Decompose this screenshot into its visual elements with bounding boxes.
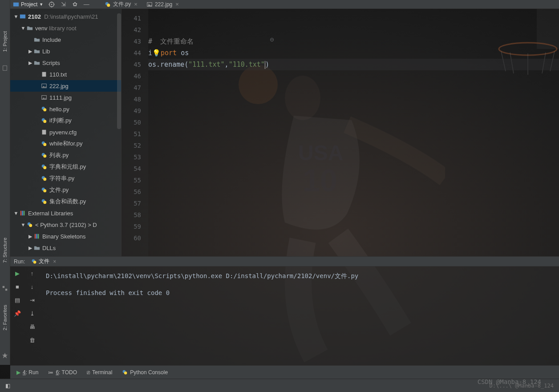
run-header: Run: 文件 × xyxy=(10,257,559,267)
rail-tab-structure[interactable]: 7: Structure xyxy=(2,238,8,263)
scroll-end-icon[interactable]: ⤓ xyxy=(28,309,36,317)
tree-folder-lib[interactable]: ▶Lib xyxy=(10,45,121,57)
tree-root[interactable]: ▼2102 D:\install\pycharm\21 xyxy=(10,11,121,22)
tree-file[interactable]: 文件.py xyxy=(10,184,121,196)
target-icon[interactable] xyxy=(48,1,55,8)
tree-external-libraries[interactable]: ▼External Libraries xyxy=(10,207,121,219)
line-number: 54 xyxy=(122,163,148,174)
settings-icon[interactable]: ✿ xyxy=(71,1,78,8)
up-icon[interactable]: ↑ xyxy=(28,269,36,277)
line-number: 52 xyxy=(122,140,148,151)
rail-tab-favorites[interactable]: 2: Favorites xyxy=(2,305,8,330)
line-number: 50 xyxy=(122,117,148,128)
run-title: Run: xyxy=(14,259,25,265)
tree-folder-scripts[interactable]: ▶Scripts xyxy=(10,57,121,69)
svg-point-12 xyxy=(51,4,53,5)
line-number: 41 xyxy=(122,12,148,24)
tree-file[interactable]: if判断.py xyxy=(10,115,121,126)
bottom-pyconsole[interactable]: Python Console xyxy=(122,369,168,376)
project-dropdown[interactable]: Project ▼ xyxy=(10,1,46,8)
rerun-icon[interactable]: ▶ xyxy=(13,269,21,277)
tab-222-jpg[interactable]: 222.jpg × xyxy=(142,0,183,9)
svg-point-41 xyxy=(43,201,46,204)
line-number: 60 xyxy=(122,232,148,244)
svg-point-35 xyxy=(43,166,46,169)
tree-file[interactable]: 字典和元组.py xyxy=(10,161,121,173)
svg-rect-7 xyxy=(3,286,4,287)
line-number: 43 xyxy=(122,36,148,47)
lightbulb-icon[interactable]: 💡 xyxy=(152,49,161,57)
svg-point-18 xyxy=(107,4,110,7)
project-sidebar: ▼2102 D:\install\pycharm\21▼venv library… xyxy=(10,9,122,256)
code-comment: # 文件重命名 xyxy=(148,37,194,45)
tree-binary-skeletons[interactable]: ▶Binary Skeletons xyxy=(10,230,121,242)
line-number: 53 xyxy=(122,151,148,163)
svg-point-20 xyxy=(148,4,149,4)
collapse-icon[interactable]: — xyxy=(83,1,90,8)
run-panel: Run: 文件 × ▶ ■ ▤ 📌 ↑ ↓ ⇥ ⤓ 🖶 🗑 D:\install… xyxy=(10,256,559,365)
status-layout-icon[interactable]: ◧ xyxy=(5,383,10,389)
file-icon xyxy=(2,65,8,71)
svg-rect-44 xyxy=(24,211,25,216)
close-icon[interactable]: × xyxy=(175,1,179,8)
svg-point-46 xyxy=(29,224,32,227)
trash-icon[interactable]: 🗑 xyxy=(28,336,36,344)
print-icon[interactable]: 🖶 xyxy=(28,323,36,331)
tree-file[interactable]: 222.jpg xyxy=(10,80,121,92)
bottom-terminal[interactable]: ⎚Terminal xyxy=(87,369,112,376)
scrollbar[interactable] xyxy=(117,13,121,129)
down-icon[interactable]: ↓ xyxy=(28,283,36,291)
svg-point-39 xyxy=(43,189,46,192)
svg-point-33 xyxy=(43,154,46,158)
tree-file[interactable]: hello.py xyxy=(10,103,121,115)
rail-tab-project[interactable]: 1: Project xyxy=(2,31,8,52)
line-number: 58 xyxy=(122,209,148,221)
console-line: D:\install\pycharm\2102\venv\Scripts\pyt… xyxy=(46,270,553,282)
image-icon xyxy=(146,1,153,8)
console-line: Process finished with exit code 0 xyxy=(46,287,553,299)
svg-rect-42 xyxy=(20,211,22,216)
svg-rect-22 xyxy=(42,72,46,77)
tree-folder-include[interactable]: Include xyxy=(10,34,121,45)
pin-icon[interactable]: 📌 xyxy=(13,309,21,317)
tree-file[interactable]: 1111.jpg xyxy=(10,92,121,103)
line-number: 47 xyxy=(122,82,148,93)
expand-icon[interactable]: ⇲ xyxy=(60,1,67,8)
star-icon xyxy=(2,352,8,359)
tree-python-sdk[interactable]: ▼< Python 3.7 (2102) > D xyxy=(10,219,121,230)
python-icon xyxy=(105,1,111,8)
fold-icon[interactable]: ⊖ xyxy=(270,36,274,43)
svg-rect-8 xyxy=(5,288,7,290)
code-area[interactable]: # 文件重命名 i💡port os os.rename("111.txt","1… xyxy=(148,9,559,256)
gutter: 4142434445464748495051525354555657585960 xyxy=(122,9,148,256)
tree-file[interactable]: while和for.py xyxy=(10,138,121,150)
project-icon xyxy=(13,1,19,8)
tree-file[interactable]: 110.txt xyxy=(10,69,121,80)
svg-marker-9 xyxy=(2,353,8,358)
python-icon xyxy=(31,259,37,264)
tree-file[interactable]: 列表.py xyxy=(10,150,121,161)
svg-point-31 xyxy=(43,143,46,146)
tab-file-py[interactable]: 文件.py × xyxy=(100,0,142,9)
console-output[interactable]: D:\install\pycharm\2102\venv\Scripts\pyt… xyxy=(40,267,559,365)
wrap-icon[interactable]: ⇥ xyxy=(28,296,36,304)
tree-file[interactable]: 字符串.py xyxy=(10,173,121,184)
close-icon[interactable]: × xyxy=(53,259,56,265)
run-tools-right: ↑ ↓ ⇥ ⤓ 🖶 🗑 xyxy=(24,267,40,365)
tree-venv[interactable]: ▼venv library root xyxy=(10,22,121,34)
tree-file[interactable]: pyvenv.cfg xyxy=(10,126,121,138)
bottom-todo[interactable]: ≔6: TODO xyxy=(48,369,77,376)
status-bar: ◧ D:\...\ @Manba-8_124 xyxy=(0,379,559,392)
svg-rect-43 xyxy=(22,211,23,216)
close-icon[interactable]: × xyxy=(134,1,138,8)
stop-icon[interactable]: ■ xyxy=(13,283,21,291)
tree-dlls[interactable]: ▶DLLs xyxy=(10,242,121,254)
layout-icon[interactable]: ▤ xyxy=(13,296,21,304)
svg-rect-47 xyxy=(35,234,36,239)
editor[interactable]: 4142434445464748495051525354555657585960… xyxy=(122,9,559,256)
svg-point-51 xyxy=(33,261,36,264)
run-config-chip[interactable]: 文件 × xyxy=(31,258,56,265)
tree-file[interactable]: 集合和函数.py xyxy=(10,196,121,207)
bottom-run[interactable]: ▶4: Run xyxy=(16,369,38,376)
line-number: 44 xyxy=(122,47,148,59)
